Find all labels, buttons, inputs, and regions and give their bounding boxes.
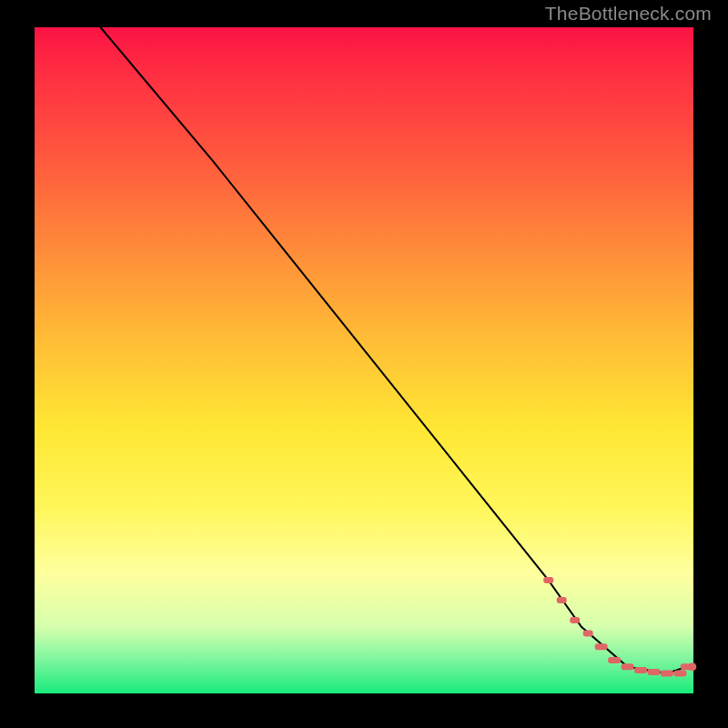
chart-frame: TheBottleneck.com [0,0,728,728]
svg-rect-5 [608,657,621,663]
svg-rect-10 [674,671,687,677]
svg-rect-1 [557,597,567,603]
svg-rect-6 [622,663,634,670]
svg-rect-9 [661,671,673,677]
watermark-text: TheBottleneck.com [545,3,712,25]
svg-rect-3 [583,631,593,637]
bottleneck-curve [100,27,686,673]
highlight-dots-group [543,577,696,676]
chart-overlay [35,27,693,693]
svg-point-12 [688,662,696,671]
svg-rect-0 [543,577,553,583]
svg-rect-4 [595,643,608,650]
svg-rect-7 [634,667,647,673]
svg-rect-2 [570,617,580,623]
svg-rect-8 [648,669,661,675]
